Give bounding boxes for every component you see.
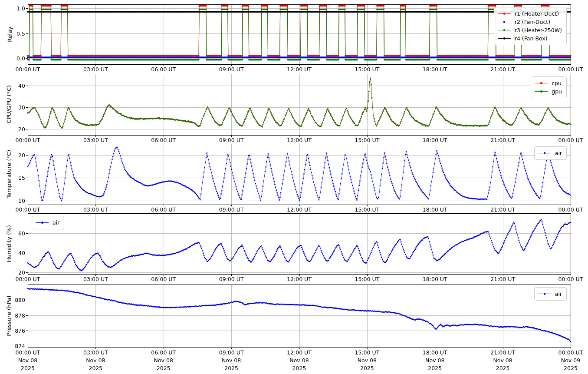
x-tick-label: 18:00 UT	[423, 349, 447, 356]
y-tick-label: 874	[6, 343, 25, 349]
x-tick-label: 18:00 UT	[423, 206, 447, 213]
x-tick-label: 06:00 UT	[151, 137, 176, 143]
x-tick-label: 00:00 UT	[558, 66, 583, 73]
x-tick-label: 21:00 UT	[490, 66, 515, 73]
legend-label: r4 (Fan-Box)	[515, 34, 548, 43]
legend-item: cpu	[535, 79, 562, 87]
x-tick-label: 09:00 UT	[219, 206, 244, 213]
x-tick-label: 00:00 UT	[16, 206, 40, 213]
x-tick-label: Nov 08	[289, 357, 309, 364]
y-tick-label: 40	[6, 250, 25, 256]
legend-label: air	[53, 218, 59, 227]
x-tick-label: 09:00 UT	[219, 137, 244, 143]
x-tick-label: 2025	[564, 365, 578, 371]
y-tick-label: 40	[6, 83, 25, 89]
y-tick-label: 10	[6, 197, 25, 204]
x-tick-label: 12:00 UT	[287, 349, 312, 356]
legend-label: air	[555, 149, 562, 157]
x-tick-label: 21:00 UT	[490, 349, 515, 356]
y-tick-label: 0.5	[6, 30, 25, 36]
x-tick-label: 00:00 UT	[16, 137, 40, 143]
legend: air	[534, 287, 567, 301]
legend-item: r3 (Heater-250W)	[498, 26, 562, 34]
x-tick-label: 03:00 UT	[83, 276, 108, 282]
legend-label: r3 (Heater-250W)	[515, 26, 562, 34]
temperature-plot-canvas	[23, 143, 579, 209]
x-tick-label: Nov 09	[561, 357, 580, 364]
legend-line-marker-icon	[498, 30, 511, 31]
x-tick-label: 15:00 UT	[355, 66, 379, 73]
x-tick-label: 03:00 UT	[83, 137, 108, 143]
legend-item: air	[538, 149, 562, 157]
y-tick-label: 30	[6, 104, 25, 111]
cpu-gpu-plot-canvas	[23, 73, 579, 139]
x-tick-label: 09:00 UT	[219, 66, 244, 73]
legend-item: r2 (Fan-Duct)	[498, 18, 562, 26]
x-tick-label: 00:00 UT	[16, 66, 40, 73]
x-tick-label: 18:00 UT	[423, 137, 447, 143]
legend-dot-icon	[41, 222, 43, 224]
x-tick-label: 2025	[360, 365, 374, 371]
x-tick-label: 15:00 UT	[355, 137, 379, 143]
y-tick-label: 878	[6, 312, 25, 318]
legend: air	[32, 216, 64, 229]
x-tick-label: 12:00 UT	[287, 137, 312, 143]
legend-line-marker-icon	[535, 83, 548, 84]
legend-label: gpu	[552, 87, 562, 96]
x-tick-label: 06:00 UT	[151, 66, 176, 73]
legend: r1 (Heater-Duct)r2 (Fan-Duct)r3 (Heater-…	[494, 7, 567, 45]
legend-label: air	[555, 290, 562, 298]
x-tick-label: 06:00 UT	[151, 206, 176, 213]
x-tick-label: 03:00 UT	[83, 206, 108, 213]
x-tick-label: 03:00 UT	[83, 66, 108, 73]
x-tick-label: 03:00 UT	[83, 349, 108, 356]
legend-line-marker-icon	[535, 91, 548, 92]
x-tick-label: Nov 08	[18, 357, 37, 364]
x-tick-label: 21:00 UT	[490, 206, 515, 213]
x-tick-label: 00:00 UT	[558, 349, 583, 356]
y-tick-label: 20	[6, 269, 25, 275]
y-tick-label: 20	[6, 152, 25, 159]
legend-item: r4 (Fan-Box)	[498, 34, 562, 43]
x-tick-label: 12:00 UT	[287, 276, 312, 282]
x-tick-label: Nov 08	[154, 357, 173, 364]
legend-line-marker-icon	[498, 13, 511, 14]
y-tick-label: 20	[6, 126, 25, 132]
legend-label: r2 (Fan-Duct)	[515, 18, 550, 26]
x-tick-label: 2025	[292, 365, 306, 371]
x-tick-label: 00:00 UT	[558, 276, 583, 282]
legend-item: gpu	[535, 87, 562, 96]
legend-line-marker-icon	[36, 222, 49, 223]
legend-line-marker-icon	[538, 153, 551, 154]
y-tick-label: 876	[6, 328, 25, 334]
humidity-plot-canvas	[23, 212, 579, 278]
x-tick-label: 21:00 UT	[490, 137, 515, 143]
x-tick-label: 00:00 UT	[16, 276, 40, 282]
multi-panel-timeseries-figure: Relay CPU/GPU (°C) Temperature (°C) Humi…	[0, 0, 588, 374]
x-tick-label: 12:00 UT	[287, 206, 312, 213]
x-tick-label: 00:00 UT	[16, 349, 40, 356]
legend-dot-icon	[503, 13, 506, 15]
x-tick-label: Nov 08	[222, 357, 241, 364]
y-tick-label: 1.0	[6, 5, 25, 12]
x-tick-label: 09:00 UT	[219, 276, 244, 282]
legend: cpugpu	[531, 76, 567, 98]
x-tick-label: Nov 08	[86, 357, 105, 364]
x-tick-label: 18:00 UT	[423, 66, 447, 73]
x-tick-label: 00:00 UT	[558, 206, 583, 213]
legend-item: air	[36, 218, 59, 227]
x-tick-label: 15:00 UT	[355, 206, 379, 213]
legend-dot-icon	[540, 82, 542, 84]
legend-item: r1 (Heater-Duct)	[498, 10, 562, 18]
x-tick-label: 00:00 UT	[558, 137, 583, 143]
x-tick-label: Nov 08	[358, 357, 377, 364]
legend-label: cpu	[552, 79, 562, 87]
y-tick-label: 0.0	[6, 55, 25, 62]
x-tick-label: 06:00 UT	[151, 349, 176, 356]
legend-line-marker-icon	[498, 38, 511, 39]
legend-item: air	[538, 290, 562, 298]
x-tick-label: 21:00 UT	[490, 276, 515, 282]
x-tick-label: 2025	[21, 365, 35, 371]
x-tick-label: 12:00 UT	[287, 66, 312, 73]
y-tick-label: 880	[6, 297, 25, 303]
